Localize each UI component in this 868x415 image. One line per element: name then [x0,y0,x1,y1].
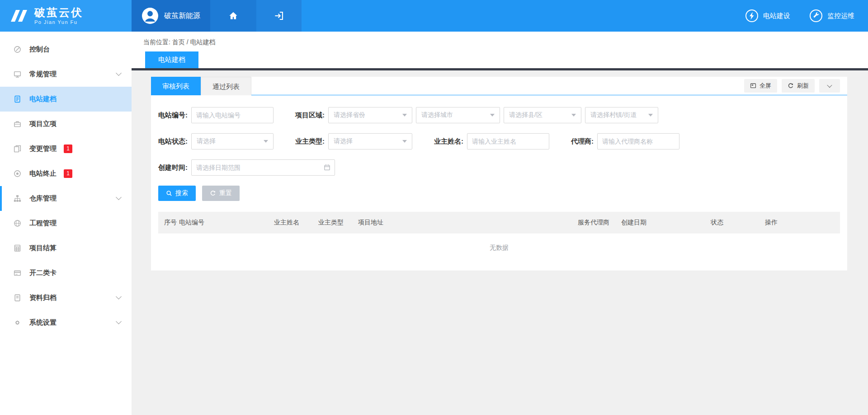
agent-label: 代理商: [571,137,594,146]
column-header-owner-name: 业主姓名 [274,212,318,233]
reset-icon [210,190,216,196]
tab-bar-divider [132,68,868,70]
sidebar-item-station-termination[interactable]: 电站终止 1 [0,161,132,186]
chevron-down-icon [116,194,122,200]
station-status-group: 电站状态: 请选择 [158,133,274,149]
collapse-button[interactable] [819,79,840,93]
card-icon [14,269,23,277]
nav-item-label: 电站建设 [763,12,790,20]
page-tab-station-filing[interactable]: 电站建档 [145,51,198,68]
nav-item-label: 监控运维 [827,12,854,20]
sidebar-item-label: 资料归档 [29,294,57,302]
sidebar-item-label: 项目结算 [29,244,57,252]
owner-name-input[interactable] [467,133,549,149]
station-status-select[interactable]: 请选择 [191,133,274,149]
home-button[interactable] [210,0,256,32]
owner-type-value: 请选择 [334,137,402,145]
column-header-owner-type: 业主类型 [318,212,358,233]
column-header-create-date: 创建日期 [621,212,711,233]
wrench-icon [809,9,823,23]
window-icon [750,83,756,89]
province-select-value: 请选择省份 [334,111,402,119]
station-no-input[interactable] [191,107,274,123]
sidebar-item-station-filing[interactable]: 电站建档 [0,87,132,112]
station-no-group: 电站编号: [158,107,274,123]
owner-type-group: 业主类型: 请选择 [295,133,412,149]
file-icon [14,95,23,103]
sidebar-item-console[interactable]: 控制台 [0,37,132,62]
refresh-label: 刷新 [797,82,809,90]
tab-review-list[interactable]: 审核列表 [151,77,201,95]
main-content: 当前位置: 首页 / 电站建档 电站建档 审核列表 通过列表 [132,32,868,415]
filter-row-2: 电站状态: 请选择 业主类型: 请选择 业主 [158,133,840,149]
agent-input[interactable] [597,133,679,149]
sidebar-item-general-management[interactable]: 常规管理 [0,62,132,87]
district-select-value: 请选择县/区 [509,111,571,119]
region-label: 项目区域: [295,111,325,120]
fullscreen-label: 全屏 [760,82,771,90]
lightning-icon [745,9,759,23]
station-no-label: 电站编号: [158,111,188,120]
search-label: 搜索 [175,189,188,197]
tab-approved-list[interactable]: 通过列表 [201,77,251,95]
logo-mark-icon [9,8,29,24]
user-block[interactable]: 破茧新能源 [132,0,210,32]
province-select[interactable]: 请选择省份 [328,107,412,123]
refresh-icon [788,83,794,89]
avatar-icon [142,7,159,24]
sidebar-item-label: 工程管理 [29,219,57,228]
sidebar-item-project-initiation[interactable]: 项目立项 [0,112,132,136]
calculator-icon [14,244,23,252]
logout-icon [274,11,284,21]
chevron-down-icon [571,114,576,117]
city-select[interactable]: 请选择城市 [416,107,500,123]
sidebar-item-label: 电站建档 [29,95,57,103]
sidebar-item-system-settings[interactable]: 系统设置 [0,310,132,335]
owner-name-group: 业主姓名: [434,133,549,149]
reset-label: 重置 [219,189,232,197]
search-button[interactable]: 搜索 [158,186,196,201]
date-range-input[interactable] [191,159,335,176]
fullscreen-button[interactable]: 全屏 [744,79,777,93]
panel-toolbar: 全屏 刷新 [744,79,847,93]
nav-item-station-construction[interactable]: 电站建设 [745,9,790,23]
search-icon [166,190,172,196]
content-panel: 审核列表 通过列表 全屏 [151,77,847,270]
sidebar-item-label: 项目立项 [29,120,57,128]
sidebar: 控制台 常规管理 电站建档 [0,32,132,415]
logout-button[interactable] [256,0,302,32]
create-time-label: 创建时间: [158,163,188,172]
sidebar-item-project-settlement[interactable]: 项目结算 [0,236,132,261]
column-header-index: 序号 [158,212,179,233]
sidebar-item-engineering-management[interactable]: 工程管理 [0,211,132,236]
table-header-row: 序号 电站编号 业主姓名 业主类型 项目地址 服务代理商 创建日期 状态 操作 [158,212,840,233]
notification-badge: 1 [64,169,72,178]
sitemap-icon [14,195,23,203]
top-strip: 当前位置: 首页 / 电站建档 电站建档 [132,32,868,68]
app-header: 破茧云伏 Po Jian Yun Fu 破茧新能源 [0,0,868,32]
refresh-button[interactable]: 刷新 [782,79,815,93]
sidebar-item-change-management[interactable]: 变更管理 1 [0,136,132,161]
notification-badge: 1 [64,145,72,153]
chevron-down-icon [264,140,268,143]
nav-item-monitoring-ops[interactable]: 监控运维 [809,9,854,23]
gear-icon [14,319,23,327]
chevron-down-icon [827,83,832,88]
sidebar-item-data-archive[interactable]: 资料归档 [0,285,132,310]
chevron-down-icon [490,114,495,117]
app-logo: 破茧云伏 Po Jian Yun Fu [0,0,132,32]
chevron-down-icon [116,294,122,299]
sidebar-item-label: 电站终止 [29,169,57,178]
logo-title: 破茧云伏 [34,7,83,19]
briefcase-icon [14,120,23,128]
archive-icon [14,294,23,302]
reset-button[interactable]: 重置 [202,186,240,201]
chevron-down-icon [402,114,407,117]
sidebar-item-warehouse-management[interactable]: 仓库管理 [0,186,132,211]
sidebar-item-label: 常规管理 [29,70,57,79]
town-select-value: 请选择村镇/街道 [590,111,648,119]
district-select[interactable]: 请选择县/区 [504,107,581,123]
owner-type-select[interactable]: 请选择 [328,133,412,149]
sidebar-item-second-class-card[interactable]: 开二类卡 [0,261,132,285]
town-select[interactable]: 请选择村镇/街道 [585,107,658,123]
